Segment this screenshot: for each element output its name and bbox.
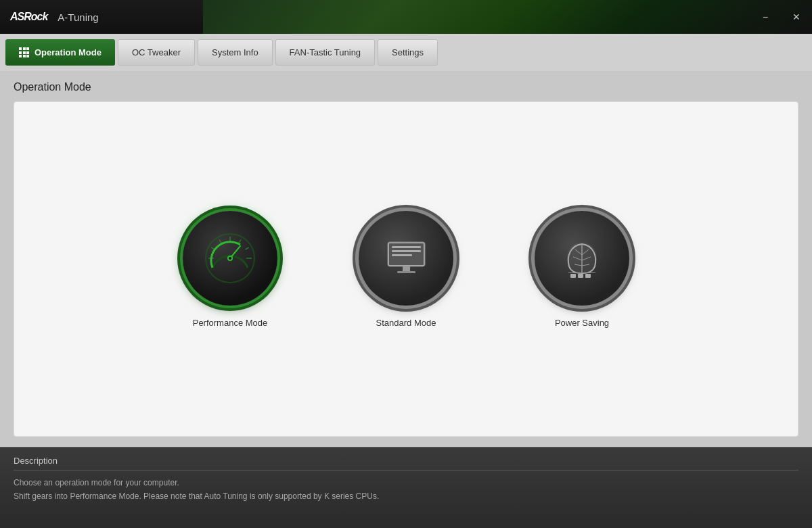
main-content: Operation Mode — [0, 71, 812, 447]
nav-bar: Operation Mode OC Tweaker System Info FA… — [0, 34, 812, 71]
tab-oc-tweaker-label: OC Tweaker — [132, 47, 181, 57]
performance-circle[interactable] — [183, 211, 277, 306]
svg-rect-17 — [397, 271, 415, 273]
standard-circle[interactable] — [359, 211, 453, 306]
description-panel: Description Choose an operation mode for… — [0, 447, 812, 528]
performance-mode-label: Performance Mode — [193, 318, 268, 328]
mode-item-standard[interactable]: Standard Mode — [359, 211, 453, 328]
svg-rect-13 — [392, 246, 421, 248]
minimize-button[interactable]: − — [750, 0, 781, 34]
svg-rect-27 — [585, 274, 591, 278]
mode-item-performance[interactable]: Performance Mode — [183, 211, 277, 328]
description-text: Choose an operation mode for your comput… — [14, 476, 798, 504]
standard-mode-label: Standard Mode — [376, 318, 436, 328]
tab-oc-tweaker[interactable]: OC Tweaker — [118, 39, 195, 66]
description-line1: Choose an operation mode for your comput… — [14, 478, 179, 487]
mode-card: Performance Mode Standard Mode — [14, 101, 798, 437]
tab-fan-tastic[interactable]: FAN-Tastic Tuning — [275, 39, 376, 66]
app-title: A-Tuning — [58, 11, 98, 23]
description-line2: Shift gears into Performance Mode. Pleas… — [14, 491, 379, 501]
tab-settings[interactable]: Settings — [378, 39, 438, 66]
svg-line-6 — [246, 247, 249, 249]
tab-operation-mode[interactable]: Operation Mode — [5, 39, 115, 66]
window-controls: − ✕ — [750, 0, 812, 34]
tab-system-info[interactable]: System Info — [198, 39, 273, 66]
power-saving-icon — [558, 235, 606, 282]
svg-rect-26 — [578, 274, 583, 278]
svg-rect-16 — [403, 266, 410, 272]
logo-area: ASRock A-Tuning — [0, 11, 109, 23]
logo: ASRock — [10, 11, 47, 23]
power-saving-label: Power Saving — [555, 318, 609, 328]
power-circle[interactable] — [535, 211, 629, 306]
tab-settings-label: Settings — [392, 47, 424, 57]
tab-system-info-label: System Info — [212, 47, 258, 57]
svg-rect-15 — [392, 254, 412, 256]
svg-line-5 — [239, 239, 241, 243]
grid-icon — [19, 47, 29, 57]
speedometer-icon — [203, 231, 257, 285]
description-title: Description — [14, 456, 798, 471]
monitor-icon — [381, 233, 432, 283]
mode-item-power[interactable]: Power Saving — [535, 211, 629, 328]
tab-operation-mode-label: Operation Mode — [35, 47, 102, 57]
svg-line-3 — [219, 239, 221, 243]
svg-rect-28 — [568, 272, 595, 273]
svg-rect-25 — [570, 274, 576, 278]
svg-point-10 — [229, 257, 231, 260]
tab-fan-tastic-label: FAN-Tastic Tuning — [290, 47, 361, 58]
close-button[interactable]: ✕ — [781, 0, 812, 34]
svg-rect-14 — [392, 250, 421, 252]
title-bar: ASRock A-Tuning − ✕ — [0, 0, 812, 34]
section-title: Operation Mode — [14, 81, 798, 93]
